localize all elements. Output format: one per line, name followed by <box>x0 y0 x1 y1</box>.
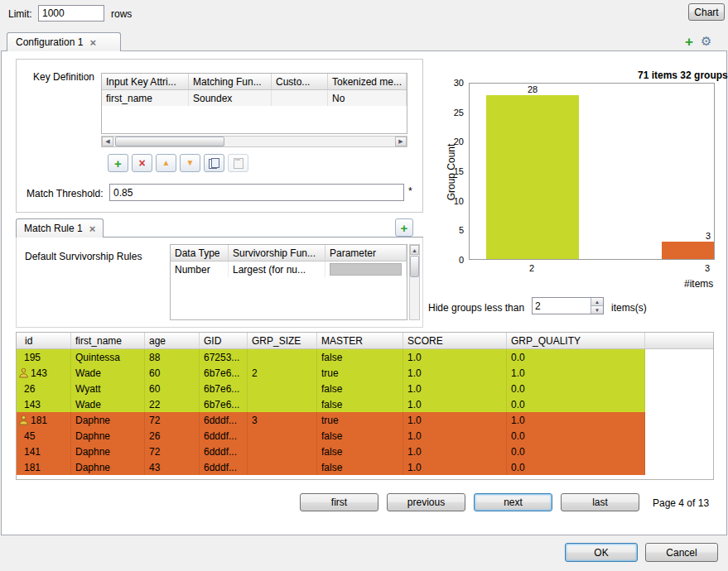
cell-master: false <box>317 444 403 459</box>
match-rule-tab-close-icon[interactable]: × <box>89 223 96 234</box>
bar-group-size-2[interactable] <box>486 95 579 259</box>
y-tick-25: 25 <box>439 108 464 118</box>
settings-wrench-icon[interactable]: ⚙ <box>701 35 711 47</box>
tab-close-icon[interactable]: × <box>89 37 96 48</box>
hide-groups-spinner[interactable]: ▲ ▼ <box>532 297 604 314</box>
add-icon: + <box>114 157 122 170</box>
chart-button[interactable]: Chart <box>688 3 725 21</box>
cell-parameter[interactable] <box>325 262 407 277</box>
table-row-5[interactable]: 45 Daphne 26 6dddf... false 1.0 0.0 <box>17 428 713 444</box>
page-info-label: Page 4 of 13 <box>653 497 709 509</box>
move-down-button[interactable]: ▼ <box>180 154 200 172</box>
scrollbar-track[interactable] <box>113 137 395 146</box>
scroll-left-icon[interactable]: ◀ <box>102 137 113 146</box>
cell-first-name: Wade <box>71 365 145 381</box>
match-rule-folder: Match Rule 1 × + Default Survivorship Ru… <box>16 218 423 329</box>
spinner-up-icon[interactable]: ▲ <box>591 298 603 305</box>
y-tick-30: 30 <box>439 78 464 88</box>
survivorship-row[interactable]: Number Largest (for nu... <box>171 262 407 277</box>
paste-button[interactable] <box>228 154 248 172</box>
scrollbar-thumb[interactable] <box>115 137 224 146</box>
match-threshold-label: Match Threshold: <box>27 188 104 199</box>
spinner-down-icon[interactable]: ▼ <box>591 305 603 314</box>
hide-groups-label: Hide groups less than <box>428 302 524 314</box>
last-page-button[interactable]: last <box>561 493 639 511</box>
cell-tokenized[interactable]: No <box>328 90 407 106</box>
col-tokenized[interactable]: Tokenized me... <box>328 74 407 89</box>
col-score[interactable]: SCORE <box>403 333 507 348</box>
cell-custom[interactable] <box>272 90 328 106</box>
table-row-1[interactable]: 143 Wade 60 6b7e6... 2 true 1.0 1.0 <box>17 365 713 381</box>
col-id[interactable]: id <box>17 333 71 348</box>
survivorship-label: Default Survivorship Rules <box>25 251 142 262</box>
copy-button[interactable] <box>204 154 224 172</box>
cancel-button[interactable]: Cancel <box>645 543 718 562</box>
delete-key-button[interactable]: × <box>132 154 152 172</box>
col-first-name[interactable]: first_name <box>71 333 145 348</box>
table-row-3[interactable]: 143 Wade 22 6b7e6... false 1.0 0.0 <box>17 396 713 412</box>
cell-id: 181 <box>17 412 71 428</box>
survivorship-vscrollbar[interactable]: ▲ <box>409 244 420 320</box>
cell-gid: 6b7e6... <box>200 365 248 381</box>
master-record-icon <box>18 367 29 378</box>
col-gid[interactable]: GID <box>200 333 248 348</box>
cell-age: 60 <box>145 381 200 396</box>
vscrollbar-thumb[interactable] <box>410 256 419 277</box>
hide-groups-input[interactable] <box>533 298 591 314</box>
scroll-up-icon[interactable]: ▲ <box>410 245 419 255</box>
move-up-button[interactable]: ▲ <box>156 154 176 172</box>
add-key-button[interactable]: + <box>108 154 128 172</box>
col-data-type[interactable]: Data Type <box>171 245 229 261</box>
cell-grp-quality: 0.0 <box>507 349 645 365</box>
key-table-hscrollbar[interactable]: ◀ ▶ <box>101 136 407 147</box>
cell-gid: 6dddf... <box>200 428 248 444</box>
move-down-icon: ▼ <box>186 159 195 167</box>
col-grp-size[interactable]: GRP_SIZE <box>248 333 317 348</box>
bar-group-size-3[interactable] <box>662 242 715 259</box>
cell-grp-quality: 0.0 <box>507 459 645 475</box>
col-input-key-attribute[interactable]: Input Key Attri... <box>102 74 189 89</box>
survivorship-header: Data Type Survivorship Fun... Parameter <box>171 245 407 262</box>
cell-score: 1.0 <box>403 444 507 459</box>
previous-page-button[interactable]: previous <box>387 493 465 511</box>
key-definition-row[interactable]: first_name Soundex No <box>102 90 407 106</box>
col-master[interactable]: MASTER <box>317 333 403 348</box>
col-age[interactable]: age <box>145 333 200 348</box>
parameter-field[interactable] <box>330 263 402 276</box>
col-matching-function[interactable]: Matching Fun... <box>189 74 272 89</box>
add-match-rule-button[interactable]: + <box>395 218 413 237</box>
col-grp-quality[interactable]: GRP_QUALITY <box>507 333 645 348</box>
tab-match-rule-1[interactable]: Match Rule 1 × <box>16 218 104 238</box>
cell-score: 1.0 <box>403 412 507 428</box>
cell-function[interactable]: Largest (for nu... <box>229 262 325 277</box>
table-row-0[interactable]: 195 Quintessa 88 67253... false 1.0 0.0 <box>17 349 713 365</box>
table-row-4[interactable]: 181 Daphne 72 6dddf... 3 true 1.0 1.0 <box>17 412 713 428</box>
add-configuration-icon[interactable]: + <box>685 35 693 49</box>
tab-configuration-1[interactable]: Configuration 1 × <box>7 32 121 51</box>
match-threshold-input[interactable] <box>109 184 404 201</box>
cell-master: true <box>317 412 403 428</box>
col-parameter[interactable]: Parameter <box>325 245 407 261</box>
key-definition-toolbar: + × ▲ ▼ <box>108 154 248 172</box>
cell-score: 1.0 <box>403 349 507 365</box>
scroll-right-icon[interactable]: ▶ <box>395 137 407 146</box>
table-row-7[interactable]: 181 Daphne 43 6dddf... false 1.0 0.0 <box>17 459 713 475</box>
cell-master: false <box>317 349 403 365</box>
table-row-2[interactable]: 26 Wyatt 60 6b7e6... false 1.0 0.0 <box>17 381 713 396</box>
cell-matching-function[interactable]: Soundex <box>189 90 272 106</box>
key-definition-table: Input Key Attri... Matching Fun... Custo… <box>101 73 407 134</box>
cell-input-key[interactable]: first_name <box>102 90 189 106</box>
limit-input[interactable] <box>38 5 104 22</box>
cell-gid: 6dddf... <box>200 444 248 459</box>
next-page-button[interactable]: next <box>474 493 552 511</box>
chart-x-axis-label: #items <box>684 278 713 290</box>
first-page-button[interactable]: first <box>300 493 378 511</box>
col-custom[interactable]: Custo... <box>272 74 328 89</box>
col-survivorship-function[interactable]: Survivorship Fun... <box>229 245 325 261</box>
ok-button[interactable]: OK <box>565 543 638 562</box>
cell-master: false <box>317 459 403 475</box>
table-row-6[interactable]: 141 Daphne 72 6dddf... false 1.0 0.0 <box>17 444 713 459</box>
cell-data-type[interactable]: Number <box>171 262 229 277</box>
vscrollbar-track[interactable] <box>410 255 419 319</box>
chart-plot-area: 28 3 <box>469 83 715 260</box>
